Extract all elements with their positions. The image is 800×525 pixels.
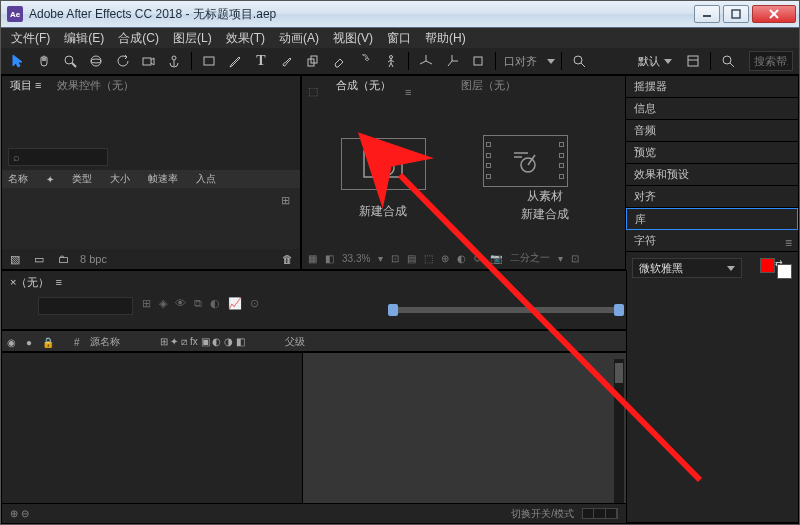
- region-icon[interactable]: ⬚: [424, 253, 433, 264]
- panel-character[interactable]: 字符≡: [626, 230, 798, 252]
- flowchart-icon[interactable]: ⊞: [281, 194, 290, 207]
- adjust-exposure-icon[interactable]: ⟳: [474, 253, 482, 264]
- eraser-tool-icon[interactable]: [328, 50, 350, 72]
- vertical-scrollbar[interactable]: [614, 359, 624, 517]
- view-axis-icon[interactable]: [467, 50, 489, 72]
- panel-menu-icon[interactable]: ≡: [785, 236, 792, 250]
- tab-composition[interactable]: 合成（无）: [334, 75, 393, 98]
- panel-align[interactable]: 对齐: [626, 186, 798, 208]
- workspace-reset-icon[interactable]: [682, 50, 704, 72]
- project-search-input[interactable]: ⌕: [8, 148, 108, 166]
- new-composition-button[interactable]: 新建合成: [321, 138, 446, 220]
- col-visibility-icon[interactable]: ◉: [2, 337, 21, 348]
- menu-edit[interactable]: 编辑(E): [58, 28, 110, 49]
- new-comp-icon[interactable]: ▭: [32, 252, 46, 266]
- menu-layer[interactable]: 图层(L): [167, 28, 218, 49]
- orbit-tool-icon[interactable]: [85, 50, 107, 72]
- res-label[interactable]: 二分之一: [510, 251, 550, 265]
- expand-collapse-icon[interactable]: ⊕ ⊖: [10, 508, 29, 519]
- project-item-list[interactable]: ⊞: [2, 188, 300, 249]
- zoom-slider[interactable]: [582, 508, 618, 519]
- col-framerate[interactable]: 帧速率: [148, 172, 178, 186]
- clone-tool-icon[interactable]: [302, 50, 324, 72]
- minimize-button[interactable]: [694, 5, 720, 23]
- new-folder-icon[interactable]: 🗀: [56, 252, 70, 266]
- interpret-footage-icon[interactable]: ▧: [8, 252, 22, 266]
- timeline-track-area[interactable]: [303, 353, 626, 523]
- zoom-tool-icon[interactable]: [59, 50, 81, 72]
- tab-layer[interactable]: 图层（无）: [459, 75, 518, 98]
- lock-icon[interactable]: ⬚: [308, 85, 318, 98]
- camera-tool-icon[interactable]: [137, 50, 159, 72]
- panel-library[interactable]: 库: [626, 208, 798, 230]
- selection-tool-icon[interactable]: [7, 50, 29, 72]
- pen-tool-icon[interactable]: [224, 50, 246, 72]
- menu-file[interactable]: 文件(F): [5, 28, 56, 49]
- brush-tool-icon[interactable]: [276, 50, 298, 72]
- camera-view-icon[interactable]: ⊡: [571, 253, 579, 264]
- channel-icon[interactable]: ⊕: [441, 253, 449, 264]
- col-name[interactable]: 名称: [8, 172, 28, 186]
- timeline-search-input[interactable]: [38, 297, 133, 315]
- world-axis-icon[interactable]: [441, 50, 463, 72]
- draft3d-icon[interactable]: ◈: [159, 297, 167, 310]
- search-help-input[interactable]: [749, 51, 793, 71]
- panel-audio[interactable]: 音频: [626, 120, 798, 142]
- stroke-color-swatch[interactable]: [777, 264, 792, 279]
- close-button[interactable]: [752, 5, 796, 23]
- rectangle-tool-icon[interactable]: [198, 50, 220, 72]
- menu-view[interactable]: 视图(V): [327, 28, 379, 49]
- tab-project[interactable]: 项目 ≡: [8, 75, 43, 98]
- panel-preview[interactable]: 预览: [626, 142, 798, 164]
- tab-timeline-none[interactable]: ×（无）: [10, 275, 49, 290]
- col-type[interactable]: 类型: [72, 172, 92, 186]
- search-icon[interactable]: [568, 50, 590, 72]
- anchor-tool-icon[interactable]: [163, 50, 185, 72]
- time-navigator-end-handle[interactable]: [614, 304, 624, 316]
- rotate-tool-icon[interactable]: [111, 50, 133, 72]
- time-navigator[interactable]: [392, 307, 620, 313]
- menu-anim[interactable]: 动画(A): [273, 28, 325, 49]
- tab-effect-controls[interactable]: 效果控件（无）: [55, 75, 136, 98]
- mask-toggle-icon[interactable]: ◧: [325, 253, 334, 264]
- snapshot-icon[interactable]: 📷: [490, 253, 502, 264]
- col-source-name[interactable]: 源名称: [85, 335, 125, 349]
- zoom-dropdown[interactable]: 33.3%: [342, 253, 370, 264]
- workspace-dropdown[interactable]: 默认: [632, 51, 678, 71]
- hand-tool-icon[interactable]: [33, 50, 55, 72]
- motion-blur-icon[interactable]: ◐: [210, 297, 220, 310]
- grid-icon[interactable]: ▦: [308, 253, 317, 264]
- hide-shy-icon[interactable]: 👁: [175, 297, 186, 310]
- fill-color-swatch[interactable]: [760, 258, 775, 273]
- text-tool-icon[interactable]: T: [250, 50, 272, 72]
- brainstorm-icon[interactable]: ⊙: [250, 297, 259, 310]
- snapping-checkbox[interactable]: 口对齐: [502, 54, 539, 69]
- exposure-icon[interactable]: ◐: [457, 253, 466, 264]
- snapping-options-icon[interactable]: [547, 59, 555, 64]
- panel-menu-icon[interactable]: ≡: [55, 276, 61, 288]
- maximize-button[interactable]: [723, 5, 749, 23]
- new-comp-from-footage-button[interactable]: 从素材 新建合成: [483, 135, 608, 223]
- col-inpoint[interactable]: 入点: [196, 172, 216, 186]
- panel-effects-presets[interactable]: 效果和预设: [626, 164, 798, 186]
- font-family-dropdown[interactable]: 微软雅黑: [632, 258, 742, 278]
- menu-help[interactable]: 帮助(H): [419, 28, 472, 49]
- panel-wiggler[interactable]: 摇摆器: [626, 76, 798, 98]
- panel-info[interactable]: 信息: [626, 98, 798, 120]
- local-axis-icon[interactable]: [415, 50, 437, 72]
- frame-blend-icon[interactable]: ⧉: [194, 297, 202, 310]
- trash-icon[interactable]: 🗑: [280, 252, 294, 266]
- full-res-icon[interactable]: ⊡: [391, 253, 399, 264]
- col-lock-icon[interactable]: 🔒: [37, 337, 59, 348]
- menu-effect[interactable]: 效果(T): [220, 28, 271, 49]
- graph-editor-icon[interactable]: 📈: [228, 297, 242, 310]
- transparency-grid-icon[interactable]: ▤: [407, 253, 416, 264]
- menu-comp[interactable]: 合成(C): [112, 28, 165, 49]
- col-parent[interactable]: 父级: [280, 335, 310, 349]
- bpc-label[interactable]: 8 bpc: [80, 253, 107, 265]
- toggle-switches-modes[interactable]: 切换开关/模式: [511, 507, 574, 521]
- resolution-dropdown[interactable]: ▾: [378, 253, 383, 264]
- roto-tool-icon[interactable]: [354, 50, 376, 72]
- col-tag-icon[interactable]: ✦: [46, 174, 54, 185]
- time-navigator-start-handle[interactable]: [388, 304, 398, 316]
